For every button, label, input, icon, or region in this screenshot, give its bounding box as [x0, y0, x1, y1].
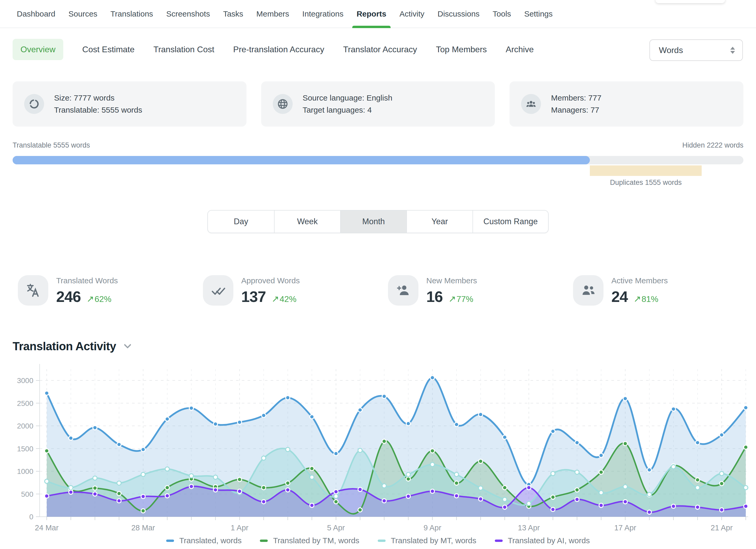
- svg-text:9 Apr: 9 Apr: [423, 524, 441, 532]
- nav-tools[interactable]: Tools: [493, 0, 511, 28]
- range-custom[interactable]: Custom Range: [473, 211, 548, 233]
- stat-delta: ↗77%: [449, 294, 474, 304]
- tab-cost-estimate[interactable]: Cost Estimate: [82, 45, 134, 54]
- reports-page: Dashboard Sources Translations Screensho…: [0, 0, 756, 549]
- date-range-tabs: Day Week Month Year Custom Range: [207, 210, 549, 233]
- chart-legend: Translated, wordsTranslated by TM, words…: [0, 536, 756, 545]
- svg-text:2000: 2000: [17, 422, 33, 430]
- nav-discussions[interactable]: Discussions: [438, 0, 480, 28]
- legend-item[interactable]: Translated, words: [166, 536, 241, 545]
- svg-text:17 Apr: 17 Apr: [614, 524, 636, 532]
- legend-label: Translated by MT, words: [391, 536, 476, 545]
- svg-text:1500: 1500: [17, 445, 33, 453]
- stat-label: Active Members: [611, 276, 668, 285]
- trend-up-icon: ↗: [272, 294, 279, 304]
- svg-text:13 Apr: 13 Apr: [518, 524, 540, 532]
- svg-text:5 Apr: 5 Apr: [327, 524, 345, 532]
- approved-words-stat: Approved Words 137 ↗42%: [203, 275, 300, 306]
- translatable-words-label: Translatable 5555 words: [13, 141, 90, 149]
- words-bar: Duplicates 1555 words: [13, 156, 743, 187]
- size-card: Size: 7777 words Translatable: 5555 word…: [13, 81, 246, 127]
- svg-text:21 Apr: 21 Apr: [711, 524, 733, 532]
- range-week[interactable]: Week: [274, 211, 340, 233]
- legend-label: Translated by AI, words: [508, 536, 590, 545]
- tab-translation-cost[interactable]: Translation Cost: [154, 45, 214, 54]
- source-language-line: Source language: English: [303, 92, 392, 104]
- chart-header: Translation Activity: [13, 340, 130, 353]
- unit-select[interactable]: Words: [649, 39, 743, 61]
- tab-top-members[interactable]: Top Members: [436, 45, 487, 54]
- tab-overview[interactable]: Overview: [13, 39, 63, 60]
- members-icon: [521, 94, 541, 114]
- range-month[interactable]: Month: [340, 211, 406, 233]
- nav-translations[interactable]: Translations: [111, 0, 153, 28]
- person-add-icon: [388, 275, 418, 306]
- members-line: Members: 777: [551, 92, 601, 104]
- svg-text:0: 0: [29, 513, 33, 521]
- members-card: Members: 777 Managers: 77: [510, 81, 743, 127]
- stat-label: New Members: [426, 276, 477, 285]
- stat-delta: ↗81%: [634, 294, 659, 304]
- legend-item[interactable]: Translated by TM, words: [260, 536, 359, 545]
- language-card: Source language: English Target language…: [261, 81, 495, 127]
- sort-arrows-icon: [730, 47, 735, 54]
- nav-activity[interactable]: Activity: [400, 0, 424, 28]
- globe-icon: [273, 94, 293, 114]
- nav-tasks[interactable]: Tasks: [223, 0, 243, 28]
- stat-delta: ↗62%: [87, 294, 112, 304]
- range-day[interactable]: Day: [208, 211, 274, 233]
- stat-label: Approved Words: [241, 276, 300, 285]
- nav-screenshots[interactable]: Screenshots: [166, 0, 210, 28]
- stat-value: 246: [56, 288, 81, 305]
- new-members-stat: New Members 16 ↗77%: [388, 275, 477, 306]
- nav-integrations[interactable]: Integrations: [302, 0, 344, 28]
- chevron-down-icon[interactable]: [124, 341, 131, 348]
- legend-marker-icon: [378, 540, 386, 542]
- translation-activity-chart: 05001000150020002500300024 Mar28 Mar1 Ap…: [0, 360, 756, 549]
- svg-text:24 Mar: 24 Mar: [35, 524, 59, 532]
- duplicates-bar: [590, 165, 702, 176]
- stat-value: 16: [426, 288, 443, 305]
- unit-select-value: Words: [659, 45, 730, 55]
- range-year[interactable]: Year: [406, 211, 473, 233]
- summary-cards: Size: 7777 words Translatable: 5555 word…: [13, 81, 743, 127]
- svg-text:1 Apr: 1 Apr: [231, 524, 249, 532]
- trend-up-icon: ↗: [634, 294, 641, 304]
- svg-text:3000: 3000: [17, 377, 33, 385]
- hidden-words-label: Hidden 2222 words: [682, 141, 743, 149]
- trend-up-icon: ↗: [449, 294, 456, 304]
- stat-delta: ↗42%: [272, 294, 297, 304]
- size-line: Size: 7777 words: [54, 92, 142, 104]
- legend-item[interactable]: Translated by MT, words: [378, 536, 476, 545]
- legend-item[interactable]: Translated by AI, words: [495, 536, 590, 545]
- svg-text:500: 500: [21, 490, 33, 498]
- svg-text:1000: 1000: [17, 467, 33, 475]
- nav-settings[interactable]: Settings: [524, 0, 553, 28]
- top-navigation: Dashboard Sources Translations Screensho…: [0, 0, 756, 28]
- people-icon: [573, 275, 603, 306]
- legend-marker-icon: [495, 540, 503, 542]
- managers-line: Managers: 77: [551, 104, 601, 116]
- tab-pre-translation-accuracy[interactable]: Pre-translation Accuracy: [233, 45, 324, 54]
- nav-dashboard[interactable]: Dashboard: [17, 0, 55, 28]
- nav-members[interactable]: Members: [256, 0, 289, 28]
- svg-text:28 Mar: 28 Mar: [131, 524, 155, 532]
- translated-words-stat: Translated Words 246 ↗62%: [18, 275, 118, 306]
- stat-value: 24: [611, 288, 628, 305]
- translate-icon: [18, 275, 48, 306]
- target-languages-line: Target languages: 4: [303, 104, 392, 116]
- translatable-line: Translatable: 5555 words: [54, 104, 142, 116]
- active-members-stat: Active Members 24 ↗81%: [573, 275, 668, 306]
- legend-marker-icon: [260, 540, 268, 542]
- legend-label: Translated by TM, words: [273, 536, 359, 545]
- svg-text:2500: 2500: [17, 399, 33, 407]
- chart-title: Translation Activity: [13, 340, 116, 353]
- nav-sources[interactable]: Sources: [69, 0, 97, 28]
- progress-ring-icon: [24, 94, 44, 114]
- stat-value: 137: [241, 288, 266, 305]
- duplicates-label: Duplicates 1555 words: [610, 179, 682, 187]
- report-tabs: Overview Cost Estimate Translation Cost …: [13, 39, 534, 60]
- nav-reports[interactable]: Reports: [356, 0, 386, 28]
- tab-translator-accuracy[interactable]: Translator Accuracy: [343, 45, 417, 54]
- tab-archive[interactable]: Archive: [506, 45, 534, 54]
